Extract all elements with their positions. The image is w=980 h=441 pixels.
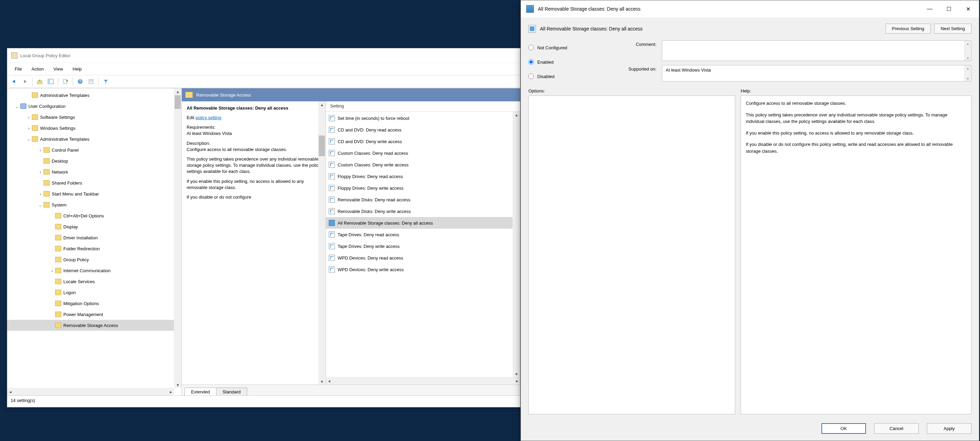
list-vscrollbar[interactable]: ▴ ▾ [512,111,520,377]
radio-enabled-input[interactable] [528,59,534,65]
cancel-button[interactable]: Cancel [874,423,919,434]
close-button[interactable]: ✕ [958,2,978,16]
radio-not-configured[interactable]: Not Configured [528,40,611,55]
settings-column-header[interactable]: Setting [326,101,520,111]
radio-not-configured-input[interactable] [528,45,534,50]
tree-item[interactable]: Ctrl+Alt+Del Options [7,210,181,221]
scroll-up-arrow[interactable]: ▴ [174,88,181,94]
setting-row[interactable]: CD and DVD: Deny write access [326,135,520,147]
collapse-icon[interactable]: ⌵ [26,137,32,142]
forward-button[interactable] [20,77,30,86]
setting-row[interactable]: All Removable Storage classes: Deny all … [326,217,520,229]
back-button[interactable] [9,77,19,86]
tree-item[interactable]: Shared Folders [7,177,181,188]
gpedit-titlebar[interactable]: Local Group Policy Editor [7,48,520,63]
tree-item[interactable]: ⌵System [7,199,181,210]
scroll-right-arrow[interactable]: ▸ [514,377,520,385]
tab-standard[interactable]: Standard [216,388,247,395]
radio-disabled-input[interactable] [528,73,534,79]
expand-icon[interactable]: › [26,126,32,131]
show-hide-tree-button[interactable] [46,77,56,86]
tree-item[interactable]: ›Windows Settings [7,123,181,134]
scroll-thumb[interactable] [175,95,181,109]
setting-row[interactable]: Removable Disks: Deny read access [326,194,520,205]
expand-icon[interactable]: › [37,191,43,197]
setting-row[interactable]: Custom Classes: Deny write access [326,159,520,170]
next-setting-button[interactable]: Next Setting [934,24,971,33]
minimize-button[interactable]: — [920,2,939,16]
detail-vscrollbar[interactable]: ▴ ▾ [318,101,326,385]
tree-item[interactable]: Locale Services [7,276,181,287]
tree-vscrollbar[interactable]: ▴ ▾ [174,88,181,388]
setting-row[interactable]: Tape Drives: Deny read access [326,229,520,240]
maximize-button[interactable]: ☐ [939,2,958,16]
tree-item[interactable]: Logon [7,287,181,298]
expand-icon[interactable]: › [37,148,43,153]
apply-button[interactable]: Apply [927,423,971,434]
tree-item[interactable]: Removable Storage Access [7,320,181,331]
ok-button[interactable]: OK [821,423,866,434]
scroll-up-arrow[interactable]: ▴ [512,111,520,118]
scroll-down-arrow[interactable]: ▾ [318,378,326,385]
supported-scrollbar[interactable]: ▴▾ [964,65,971,81]
menu-help[interactable]: Help [68,65,87,73]
radio-enabled[interactable]: Enabled [528,55,611,69]
expand-icon[interactable]: › [37,169,43,175]
scroll-thumb[interactable] [319,135,325,156]
setting-row[interactable]: Removable Disks: Deny write access [326,205,520,217]
tree-item[interactable]: ›Network [7,166,181,177]
tree-item[interactable]: ⌵User Configuration [7,101,181,111]
scroll-left-arrow[interactable]: ◂ [7,388,13,395]
setting-row[interactable]: CD and DVD: Deny read access [326,124,520,135]
tree-item[interactable]: Display [7,221,181,232]
tree[interactable]: Administrative Templates⌵User Configurat… [7,88,181,332]
edit-policy-link[interactable]: policy setting [196,115,221,120]
tree-item[interactable]: ›Control Panel [7,145,181,156]
scroll-up-arrow[interactable]: ▴ [318,101,326,108]
tree-item[interactable]: ›Software Settings [7,111,181,123]
scroll-down-arrow[interactable]: ▾ [174,382,181,388]
scroll-right-arrow[interactable]: ▸ [168,388,174,395]
expand-icon[interactable]: › [26,115,32,120]
setting-row[interactable]: Floppy Drives: Deny write access [326,182,520,194]
menu-view[interactable]: View [49,65,68,73]
collapse-icon[interactable]: ⌵ [37,202,43,207]
tree-item[interactable]: ›Start Menu and Taskbar [7,188,181,199]
help-button[interactable]: ? [75,77,85,86]
list-hscrollbar[interactable]: ◂ ▸ [326,377,520,385]
tree-item[interactable]: Power Management [7,309,181,320]
tree-item[interactable]: Folder Redirection [7,243,181,254]
menu-file[interactable]: File [10,65,27,73]
collapse-icon[interactable]: ⌵ [14,104,20,109]
folder-icon [55,301,61,306]
tree-item[interactable]: Administrative Templates [7,90,181,101]
comment-scrollbar[interactable]: ▴▾ [964,41,971,60]
radio-disabled[interactable]: Disabled [528,69,611,84]
setting-row[interactable]: Floppy Drives: Deny read access [326,170,520,182]
comment-textbox[interactable]: ▴▾ [662,40,971,61]
setting-row[interactable]: Custom Classes: Deny read access [326,147,520,159]
filter-button[interactable] [101,77,111,86]
tree-item[interactable]: Driver Installation [7,232,181,243]
menu-action[interactable]: Action [27,65,49,73]
tree-item[interactable]: Desktop [7,156,181,166]
scroll-down-arrow[interactable]: ▾ [512,371,520,377]
expand-icon[interactable]: › [49,268,55,273]
up-button[interactable] [35,77,45,86]
tree-item[interactable]: ›Internet Communication [7,265,181,276]
setting-row[interactable]: WPD Devices: Deny write access [326,264,520,275]
tree-item[interactable]: ⌵Administrative Templates [7,134,181,145]
setting-row[interactable]: Tape Drives: Deny write access [326,240,520,252]
setting-row[interactable]: Set time (in seconds) to force reboot [326,112,520,124]
scroll-left-arrow[interactable]: ◂ [326,377,332,385]
tab-extended[interactable]: Extended [185,388,216,395]
settings-list[interactable]: Set time (in seconds) to force rebootCD … [326,111,520,276]
previous-setting-button[interactable]: Previous Setting [886,24,931,33]
tree-item[interactable]: Group Policy [7,254,181,265]
properties-button[interactable] [86,77,96,86]
tree-hscrollbar[interactable]: ◂ ▸ [7,388,174,395]
export-button[interactable] [60,77,70,86]
setting-row[interactable]: WPD Devices: Deny read access [326,252,520,264]
policy-titlebar[interactable]: All Removable Storage classes: Deny all … [521,0,979,18]
tree-item[interactable]: Mitigation Options [7,298,181,309]
